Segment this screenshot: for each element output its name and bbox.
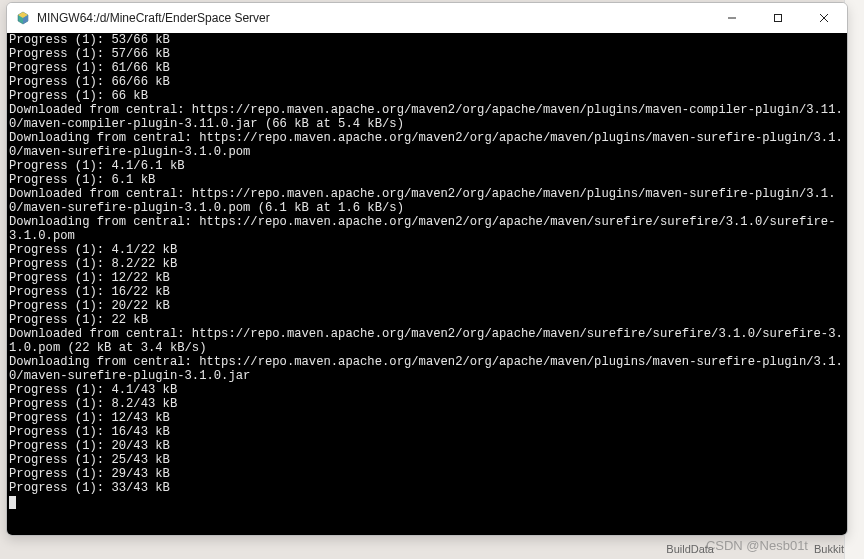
terminal-line: Progress (1): 4.1/43 kB — [9, 383, 845, 397]
watermark-text: CSDN @Nesb01t — [706, 538, 808, 553]
app-icon — [15, 10, 31, 26]
terminal-line: Downloaded from central: https://repo.ma… — [9, 187, 845, 215]
terminal-line: Downloading from central: https://repo.m… — [9, 131, 845, 159]
terminal-line: Progress (1): 22 kB — [9, 313, 845, 327]
terminal-line: Progress (1): 16/43 kB — [9, 425, 845, 439]
terminal-window: MINGW64:/d/MineCraft/EnderSpace Server P… — [6, 2, 848, 536]
terminal-line: Progress (1): 66 kB — [9, 89, 845, 103]
terminal-line: Progress (1): 4.1/6.1 kB — [9, 159, 845, 173]
svg-rect-4 — [775, 15, 782, 22]
terminal-line: Progress (1): 61/66 kB — [9, 61, 845, 75]
terminal-line: Downloaded from central: https://repo.ma… — [9, 103, 845, 131]
window-title: MINGW64:/d/MineCraft/EnderSpace Server — [37, 11, 709, 25]
terminal-line: Progress (1): 8.2/22 kB — [9, 257, 845, 271]
terminal-cursor — [9, 496, 16, 509]
terminal-line: Progress (1): 4.1/22 kB — [9, 243, 845, 257]
terminal-line: Progress (1): 20/43 kB — [9, 439, 845, 453]
terminal-line: Progress (1): 12/43 kB — [9, 411, 845, 425]
terminal-line: Progress (1): 20/22 kB — [9, 299, 845, 313]
minimize-button[interactable] — [709, 3, 755, 33]
terminal-line: Progress (1): 16/22 kB — [9, 285, 845, 299]
terminal-line: Progress (1): 8.2/43 kB — [9, 397, 845, 411]
terminal-line: Progress (1): 29/43 kB — [9, 467, 845, 481]
maximize-button[interactable] — [755, 3, 801, 33]
terminal-line: Downloading from central: https://repo.m… — [9, 215, 845, 243]
terminal-line: Progress (1): 12/22 kB — [9, 271, 845, 285]
close-button[interactable] — [801, 3, 847, 33]
terminal-line: Downloaded from central: https://repo.ma… — [9, 327, 845, 355]
terminal-line: Progress (1): 53/66 kB — [9, 33, 845, 47]
terminal-line: Downloading from central: https://repo.m… — [9, 355, 845, 383]
background-label: Bukkit — [814, 543, 844, 555]
terminal-line: Progress (1): 33/43 kB — [9, 481, 845, 495]
terminal-line: Progress (1): 57/66 kB — [9, 47, 845, 61]
titlebar[interactable]: MINGW64:/d/MineCraft/EnderSpace Server — [7, 3, 847, 33]
terminal-line: Progress (1): 6.1 kB — [9, 173, 845, 187]
terminal-body[interactable]: Progress (1): 53/66 kBProgress (1): 57/6… — [7, 33, 847, 535]
terminal-line: Progress (1): 25/43 kB — [9, 453, 845, 467]
terminal-line: Progress (1): 66/66 kB — [9, 75, 845, 89]
